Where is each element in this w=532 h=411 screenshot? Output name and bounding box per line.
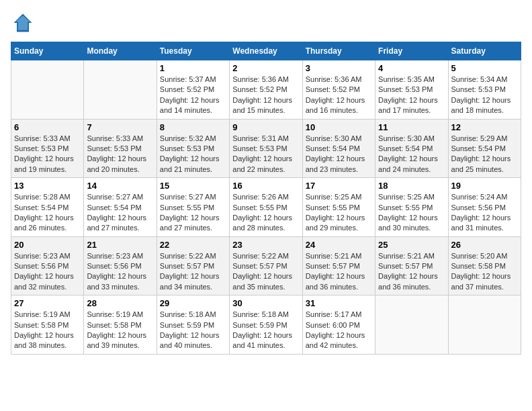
- calendar-cell: 14Sunrise: 5:27 AMSunset: 5:54 PMDayligh…: [84, 178, 157, 237]
- calendar-cell: 7Sunrise: 5:33 AMSunset: 5:53 PMDaylight…: [84, 119, 157, 178]
- day-info: Sunrise: 5:27 AMSunset: 5:55 PMDaylight:…: [160, 192, 226, 234]
- calendar-week-row: 6Sunrise: 5:33 AMSunset: 5:53 PMDaylight…: [11, 119, 521, 178]
- calendar-week-row: 20Sunrise: 5:23 AMSunset: 5:56 PMDayligh…: [11, 236, 521, 295]
- calendar-cell: 19Sunrise: 5:24 AMSunset: 5:56 PMDayligh…: [448, 178, 521, 237]
- day-info: Sunrise: 5:24 AMSunset: 5:56 PMDaylight:…: [451, 192, 518, 234]
- day-number: 23: [232, 240, 299, 250]
- day-number: 9: [232, 122, 299, 132]
- day-number: 28: [87, 298, 153, 308]
- calendar-cell: 26Sunrise: 5:20 AMSunset: 5:58 PMDayligh…: [448, 236, 521, 295]
- day-number: 19: [451, 181, 518, 191]
- day-info: Sunrise: 5:19 AMSunset: 5:58 PMDaylight:…: [87, 310, 153, 351]
- day-header-thursday: Thursday: [302, 42, 375, 60]
- day-number: 18: [378, 181, 445, 191]
- day-number: 6: [14, 122, 81, 132]
- day-info: Sunrise: 5:25 AMSunset: 5:55 PMDaylight:…: [378, 192, 445, 234]
- day-info: Sunrise: 5:37 AMSunset: 5:52 PMDaylight:…: [160, 75, 226, 116]
- calendar-week-row: 13Sunrise: 5:28 AMSunset: 5:54 PMDayligh…: [11, 178, 521, 237]
- day-info: Sunrise: 5:27 AMSunset: 5:54 PMDaylight:…: [87, 192, 153, 234]
- day-info: Sunrise: 5:35 AMSunset: 5:53 PMDaylight:…: [378, 75, 445, 116]
- day-number: 16: [232, 181, 299, 191]
- day-info: Sunrise: 5:32 AMSunset: 5:53 PMDaylight:…: [160, 134, 226, 175]
- calendar-cell: 3Sunrise: 5:36 AMSunset: 5:52 PMDaylight…: [302, 60, 375, 120]
- day-number: 20: [14, 240, 81, 250]
- day-number: 14: [87, 181, 153, 191]
- calendar-cell: 10Sunrise: 5:30 AMSunset: 5:54 PMDayligh…: [302, 119, 375, 178]
- day-number: 22: [160, 240, 226, 250]
- calendar-cell: [448, 295, 521, 355]
- calendar-week-row: 27Sunrise: 5:19 AMSunset: 5:58 PMDayligh…: [11, 295, 521, 355]
- day-info: Sunrise: 5:33 AMSunset: 5:53 PMDaylight:…: [87, 134, 153, 175]
- day-number: 21: [87, 240, 153, 250]
- calendar-cell: 12Sunrise: 5:29 AMSunset: 5:54 PMDayligh…: [448, 119, 521, 178]
- day-number: 13: [14, 181, 81, 191]
- calendar-cell: 4Sunrise: 5:35 AMSunset: 5:53 PMDaylight…: [375, 60, 448, 120]
- calendar-cell: 9Sunrise: 5:31 AMSunset: 5:53 PMDaylight…: [230, 119, 302, 178]
- day-info: Sunrise: 5:25 AMSunset: 5:55 PMDaylight:…: [306, 192, 372, 234]
- day-header-monday: Monday: [84, 42, 157, 60]
- calendar-cell: 1Sunrise: 5:37 AMSunset: 5:52 PMDaylight…: [157, 60, 229, 120]
- day-info: Sunrise: 5:17 AMSunset: 6:00 PMDaylight:…: [306, 310, 372, 351]
- calendar-cell: 29Sunrise: 5:18 AMSunset: 5:59 PMDayligh…: [157, 295, 229, 355]
- day-header-sunday: Sunday: [11, 42, 84, 60]
- day-header-tuesday: Tuesday: [157, 42, 229, 60]
- day-info: Sunrise: 5:23 AMSunset: 5:56 PMDaylight:…: [14, 251, 81, 293]
- calendar-cell: 28Sunrise: 5:19 AMSunset: 5:58 PMDayligh…: [84, 295, 157, 355]
- day-info: Sunrise: 5:18 AMSunset: 5:59 PMDaylight:…: [232, 310, 299, 351]
- day-number: 27: [14, 298, 81, 308]
- logo: [11, 11, 38, 35]
- calendar-cell: [11, 60, 84, 120]
- calendar-cell: 20Sunrise: 5:23 AMSunset: 5:56 PMDayligh…: [11, 236, 84, 295]
- calendar-cell: 31Sunrise: 5:17 AMSunset: 6:00 PMDayligh…: [302, 295, 375, 355]
- day-header-friday: Friday: [375, 42, 448, 60]
- day-info: Sunrise: 5:29 AMSunset: 5:54 PMDaylight:…: [451, 134, 518, 175]
- day-number: 7: [87, 122, 153, 132]
- day-info: Sunrise: 5:22 AMSunset: 5:57 PMDaylight:…: [160, 251, 226, 293]
- calendar-cell: 25Sunrise: 5:21 AMSunset: 5:57 PMDayligh…: [375, 236, 448, 295]
- day-number: 17: [306, 181, 372, 191]
- day-info: Sunrise: 5:34 AMSunset: 5:53 PMDaylight:…: [451, 75, 518, 116]
- day-info: Sunrise: 5:36 AMSunset: 5:52 PMDaylight:…: [306, 75, 372, 116]
- day-info: Sunrise: 5:30 AMSunset: 5:54 PMDaylight:…: [378, 134, 445, 175]
- day-header-wednesday: Wednesday: [230, 42, 302, 60]
- calendar-header-row: SundayMondayTuesdayWednesdayThursdayFrid…: [11, 42, 521, 60]
- day-info: Sunrise: 5:18 AMSunset: 5:59 PMDaylight:…: [160, 310, 226, 351]
- day-info: Sunrise: 5:22 AMSunset: 5:57 PMDaylight:…: [232, 251, 299, 293]
- calendar-cell: 22Sunrise: 5:22 AMSunset: 5:57 PMDayligh…: [157, 236, 229, 295]
- calendar-cell: 17Sunrise: 5:25 AMSunset: 5:55 PMDayligh…: [302, 178, 375, 237]
- page-header: [11, 11, 521, 35]
- logo-icon: [11, 11, 35, 35]
- calendar-cell: 16Sunrise: 5:26 AMSunset: 5:55 PMDayligh…: [230, 178, 302, 237]
- day-number: 3: [306, 63, 372, 73]
- day-number: 5: [451, 63, 518, 73]
- calendar-cell: 5Sunrise: 5:34 AMSunset: 5:53 PMDaylight…: [448, 60, 521, 120]
- calendar-table: SundayMondayTuesdayWednesdayThursdayFrid…: [11, 42, 521, 355]
- calendar-cell: 23Sunrise: 5:22 AMSunset: 5:57 PMDayligh…: [230, 236, 302, 295]
- calendar-cell: 18Sunrise: 5:25 AMSunset: 5:55 PMDayligh…: [375, 178, 448, 237]
- day-info: Sunrise: 5:26 AMSunset: 5:55 PMDaylight:…: [232, 192, 299, 234]
- calendar-cell: 13Sunrise: 5:28 AMSunset: 5:54 PMDayligh…: [11, 178, 84, 237]
- calendar-cell: 2Sunrise: 5:36 AMSunset: 5:52 PMDaylight…: [230, 60, 302, 120]
- day-number: 25: [378, 240, 445, 250]
- day-number: 12: [451, 122, 518, 132]
- day-info: Sunrise: 5:33 AMSunset: 5:53 PMDaylight:…: [14, 134, 81, 175]
- calendar-cell: [84, 60, 157, 120]
- day-number: 2: [232, 63, 299, 73]
- day-number: 30: [232, 298, 299, 308]
- calendar-week-row: 1Sunrise: 5:37 AMSunset: 5:52 PMDaylight…: [11, 60, 521, 120]
- day-number: 29: [160, 298, 226, 308]
- day-number: 31: [306, 298, 372, 308]
- day-info: Sunrise: 5:21 AMSunset: 5:57 PMDaylight:…: [378, 251, 445, 293]
- day-number: 15: [160, 181, 226, 191]
- day-info: Sunrise: 5:23 AMSunset: 5:56 PMDaylight:…: [87, 251, 153, 293]
- calendar-cell: 24Sunrise: 5:21 AMSunset: 5:57 PMDayligh…: [302, 236, 375, 295]
- day-info: Sunrise: 5:21 AMSunset: 5:57 PMDaylight:…: [306, 251, 372, 293]
- calendar-cell: 15Sunrise: 5:27 AMSunset: 5:55 PMDayligh…: [157, 178, 229, 237]
- day-number: 11: [378, 122, 445, 132]
- day-number: 10: [306, 122, 372, 132]
- calendar-cell: [375, 295, 448, 355]
- day-info: Sunrise: 5:19 AMSunset: 5:58 PMDaylight:…: [14, 310, 81, 351]
- day-header-saturday: Saturday: [448, 42, 521, 60]
- day-number: 4: [378, 63, 445, 73]
- calendar-cell: 11Sunrise: 5:30 AMSunset: 5:54 PMDayligh…: [375, 119, 448, 178]
